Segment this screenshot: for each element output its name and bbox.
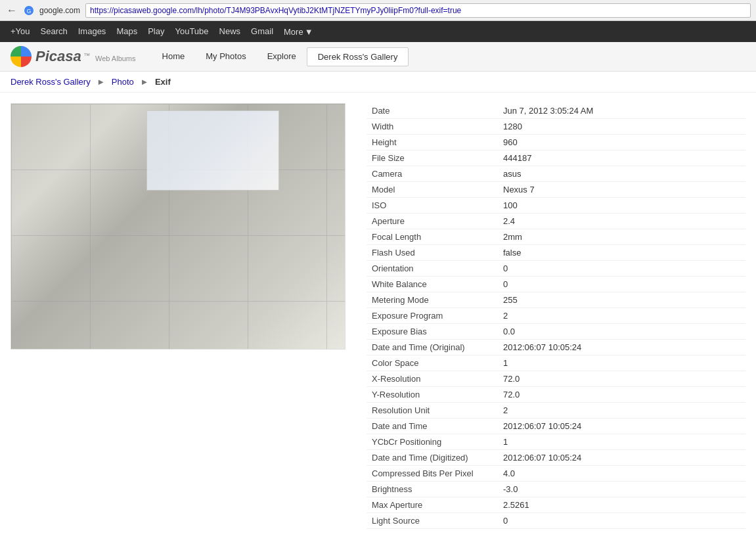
- table-row: Orientation 0: [367, 261, 745, 277]
- exif-key: Metering Mode: [367, 292, 498, 308]
- main-content: Date Jun 7, 2012 3:05:24 AM Width 1280 H…: [0, 93, 756, 539]
- nav-item-gmail[interactable]: Gmail: [246, 21, 278, 42]
- table-row: File Size 444187: [367, 150, 745, 166]
- exif-key: Orientation: [367, 261, 498, 277]
- svg-text:G: G: [26, 8, 31, 14]
- table-row: White Balance 0: [367, 277, 745, 292]
- picasa-nav-home[interactable]: Home: [152, 47, 196, 66]
- table-row: Focal Length 2mm: [367, 229, 745, 245]
- exif-value: 72.0: [498, 371, 745, 387]
- exif-value: 2.5261: [498, 497, 745, 513]
- exif-value: 2: [498, 308, 745, 324]
- table-row: ISO 100: [367, 198, 745, 214]
- exif-key: Width: [367, 119, 498, 135]
- exif-value: 960: [498, 135, 745, 150]
- exif-key: Y-Resolution: [367, 387, 498, 403]
- table-row: Y-Resolution 72.0: [367, 387, 745, 403]
- exif-key: File Size: [367, 150, 498, 166]
- exif-key: Color Space: [367, 355, 498, 371]
- nav-item-youtube[interactable]: YouTube: [169, 21, 213, 42]
- nav-item-play[interactable]: Play: [143, 21, 169, 42]
- exif-value: 2012:06:07 10:05:24: [498, 340, 745, 355]
- picasa-logo-text: Picasa ™ Web Albums: [35, 48, 136, 65]
- table-row: Flash Used false: [367, 245, 745, 261]
- exif-value: Nexus 7: [498, 182, 745, 198]
- picasa-logo[interactable]: Picasa ™ Web Albums: [11, 46, 136, 67]
- table-row: Resolution Unit 2: [367, 403, 745, 419]
- table-row: Date and Time (Digitized) 2012:06:07 10:…: [367, 450, 745, 466]
- table-row: Date and Time (Original) 2012:06:07 10:0…: [367, 340, 745, 355]
- exif-value: -3.0: [498, 482, 745, 497]
- exif-key: Resolution Unit: [367, 403, 498, 419]
- picasa-header: Picasa ™ Web Albums Home My Photos Explo…: [0, 42, 756, 72]
- chevron-down-icon: ▼: [305, 27, 313, 37]
- photo-image[interactable]: [11, 103, 345, 350]
- exif-value: 0: [498, 513, 745, 529]
- exif-key: Focal Length: [367, 229, 498, 245]
- exif-value: 1: [498, 355, 745, 371]
- google-navbar: +You Search Images Maps Play YouTube New…: [0, 21, 756, 42]
- exif-key: Flash Used: [367, 245, 498, 261]
- exif-key: Date: [367, 103, 498, 119]
- exif-value: 4.0: [498, 466, 745, 482]
- picasa-nav-gallery[interactable]: Derek Ross's Gallery: [307, 47, 409, 66]
- picasa-logo-icon: [11, 46, 32, 67]
- breadcrumb-photo[interactable]: Photo: [112, 77, 134, 87]
- exif-table: Date Jun 7, 2012 3:05:24 AM Width 1280 H…: [367, 103, 745, 529]
- breadcrumb-gallery[interactable]: Derek Ross's Gallery: [11, 77, 91, 87]
- favicon: G: [24, 5, 34, 16]
- exif-value: Jun 7, 2012 3:05:24 AM: [498, 103, 745, 119]
- browser-url-bar[interactable]: [85, 3, 751, 18]
- exif-key: YCbCr Positioning: [367, 434, 498, 450]
- nav-item-you[interactable]: +You: [5, 21, 35, 42]
- exif-value: 2012:06:07 10:05:24: [498, 450, 745, 466]
- table-row: Compressed Bits Per Pixel 4.0: [367, 466, 745, 482]
- exif-key: Aperture: [367, 214, 498, 229]
- exif-key: Date and Time (Digitized): [367, 450, 498, 466]
- table-row: Date and Time 2012:06:07 10:05:24: [367, 419, 745, 434]
- exif-value: 2012:06:07 10:05:24: [498, 419, 745, 434]
- exif-value: 0: [498, 277, 745, 292]
- table-row: Aperture 2.4: [367, 214, 745, 229]
- exif-value: 255: [498, 292, 745, 308]
- nav-item-more[interactable]: More ▼: [278, 27, 319, 37]
- exif-value: 100: [498, 198, 745, 214]
- browser-bar: ← G google.com: [0, 0, 756, 21]
- exif-value: 444187: [498, 150, 745, 166]
- nav-item-news[interactable]: News: [214, 21, 246, 42]
- table-row: Model Nexus 7: [367, 182, 745, 198]
- exif-key: Brightness: [367, 482, 498, 497]
- exif-container: Date Jun 7, 2012 3:05:24 AM Width 1280 H…: [367, 103, 745, 529]
- picasa-nav: Home My Photos Explore Derek Ross's Gall…: [152, 47, 409, 66]
- exif-key: Date and Time (Original): [367, 340, 498, 355]
- breadcrumb-current: Exif: [155, 77, 171, 87]
- exif-key: Date and Time: [367, 419, 498, 434]
- table-row: X-Resolution 72.0: [367, 371, 745, 387]
- back-button[interactable]: ←: [5, 4, 18, 17]
- exif-key: Exposure Bias: [367, 324, 498, 340]
- table-row: Exposure Program 2: [367, 308, 745, 324]
- nav-item-images[interactable]: Images: [73, 21, 112, 42]
- exif-value: 2: [498, 403, 745, 419]
- exif-key: Model: [367, 182, 498, 198]
- exif-value: 1: [498, 434, 745, 450]
- table-row: YCbCr Positioning 1: [367, 434, 745, 450]
- exif-value: asus: [498, 166, 745, 182]
- table-row: Light Source 0: [367, 513, 745, 529]
- table-row: Width 1280: [367, 119, 745, 135]
- exif-key: Exposure Program: [367, 308, 498, 324]
- exif-value: 0.0: [498, 324, 745, 340]
- nav-item-maps[interactable]: Maps: [111, 21, 143, 42]
- picasa-nav-explore[interactable]: Explore: [257, 47, 307, 66]
- exif-key: White Balance: [367, 277, 498, 292]
- photo-container: [11, 103, 345, 529]
- exif-key: Max Aperture: [367, 497, 498, 513]
- breadcrumb: Derek Ross's Gallery ► Photo ► Exif: [0, 72, 756, 93]
- exif-key: Height: [367, 135, 498, 150]
- table-row: Exposure Bias 0.0: [367, 324, 745, 340]
- nav-item-search[interactable]: Search: [35, 21, 73, 42]
- picasa-nav-myphotos[interactable]: My Photos: [195, 47, 256, 66]
- exif-key: Compressed Bits Per Pixel: [367, 466, 498, 482]
- table-row: Height 960: [367, 135, 745, 150]
- exif-value: false: [498, 245, 745, 261]
